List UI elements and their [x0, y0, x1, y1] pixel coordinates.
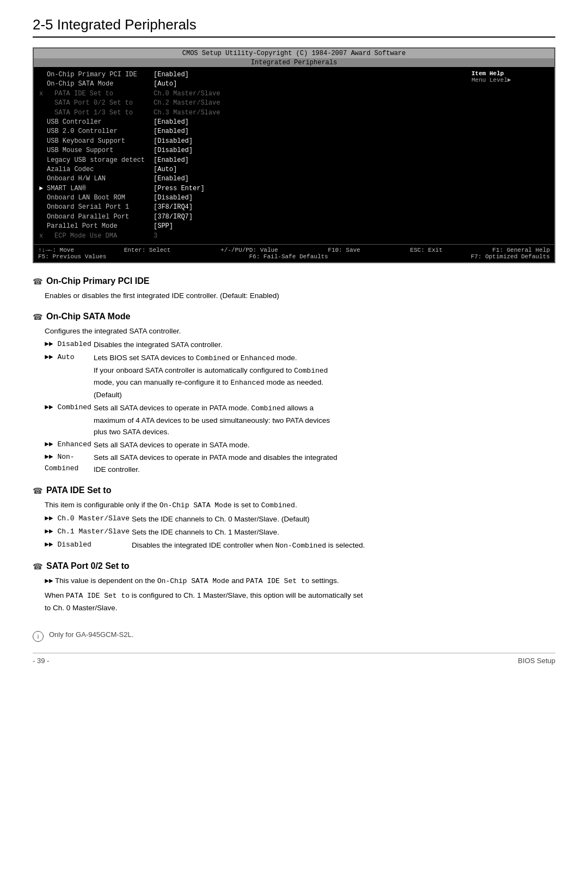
bios-value-4: Ch.3 Master/Slave [154, 108, 462, 118]
bios-value-1: [Auto] [154, 80, 462, 89]
section-title-3: SATA Port 0/2 Set to [46, 561, 130, 571]
sub-arrow-1-2: ►► Combined [45, 402, 94, 438]
sub-arrow-1-1: ►► Auto [45, 352, 94, 401]
menu-level: Menu Level► [471, 77, 550, 83]
page-title: 2-5 Integrated Peripherals [33, 16, 555, 38]
bios-label-15: Onboard Parallel Port [39, 213, 154, 222]
bios-row-16: Parallel Port Mode [SPP] [39, 222, 462, 231]
section-desc-1: Configures the integrated SATA controlle… [45, 325, 555, 337]
bios-f7: F7: Optimized Defaults [471, 253, 550, 260]
bios-label-10: Azalia Codec [39, 165, 154, 174]
section-heading-3: ☎ SATA Port 0/2 Set to [33, 561, 555, 572]
bios-value-10: [Auto] [154, 165, 462, 174]
bios-row-8: USB Mouse Support [Disabled] [39, 146, 462, 155]
bios-enter: Enter: Select [124, 247, 171, 253]
section-icon-0: ☎ [33, 277, 43, 287]
bios-label-12: SMART LAN® [45, 184, 154, 193]
section-desc-2: This item is configurable only if the On… [45, 499, 555, 512]
sub-item-2-0: ►► Ch.0 Master/Slave Sets the IDE channe… [45, 513, 555, 525]
bios-value-17: 3 [154, 232, 462, 241]
bios-row-7: USB Keyboard Support [Disabled] [39, 137, 462, 146]
bios-f1: F1: General Help [492, 247, 550, 253]
bios-label-9: Legacy USB storage detect [39, 156, 154, 165]
bios-x-3: x [39, 99, 47, 108]
section-body-2: This item is configurable only if the On… [45, 499, 555, 552]
bios-nav: ↑↓→←: Move [38, 247, 74, 253]
bottom-note: i Only for GA-945GCM-S2L. [33, 630, 555, 642]
sub-arrow-1-3: ►► Enhanced [45, 439, 94, 451]
bios-footer-row2: F5: Previous Values F6: Fail-Safe Defaul… [38, 253, 550, 260]
section-body-1: Configures the integrated SATA controlle… [45, 325, 555, 476]
bios-row-17: x ECP Mode Use DMA 3 [39, 232, 462, 241]
sub-arrow-2-1: ►► Ch.1 Master/Slave [45, 526, 132, 538]
section-icon-2: ☎ [33, 486, 43, 496]
bios-esc: ESC: Exit [410, 247, 442, 253]
page-footer: - 39 - BIOS Setup [33, 653, 555, 665]
sub-arrow-1-0: ►► Disabled [45, 339, 94, 351]
info-icon: i [33, 631, 44, 642]
footer-left: - 39 - [33, 657, 49, 665]
bios-label-17: ECP Mode Use DMA [47, 232, 154, 241]
sub-desc-2-1: Sets the IDE channels to Ch. 1 Master/Sl… [132, 526, 555, 538]
section-icon-1: ☎ [33, 312, 43, 322]
section-title-0: On-Chip Primary PCI IDE [46, 276, 149, 286]
bios-row-13: Onboard LAN Boot ROM [Disabled] [39, 193, 462, 203]
bios-value-0: [Enabled] [154, 70, 462, 80]
bios-f10: F10: Save [328, 247, 360, 253]
section-heading-2: ☎ PATA IDE Set to [33, 485, 555, 496]
bios-right-panel: Item Help Menu Level► [467, 69, 554, 242]
section-title-1: On-Chip SATA Mode [46, 312, 130, 321]
sub-item-2-1: ►► Ch.1 Master/Slave Sets the IDE channe… [45, 526, 555, 538]
bios-f5: F5: Previous Values [38, 253, 106, 260]
bios-label-1: On-Chip SATA Mode [39, 80, 154, 89]
sub-arrow-2-0: ►► Ch.0 Master/Slave [45, 513, 132, 525]
bios-row-0: On-Chip Primary PCI IDE [Enabled] [39, 70, 462, 80]
section-body-0: Enables or disables the first integrated… [45, 290, 555, 302]
item-help-title: Item Help [471, 70, 550, 77]
bios-label-6: USB 2.0 Controller [39, 127, 154, 136]
bios-x-2: x [39, 89, 47, 99]
bios-label-14: Onboard Serial Port 1 [39, 203, 154, 212]
bios-row-3: x SATA Port 0/2 Set to Ch.2 Master/Slave [39, 99, 462, 108]
bios-label-16: Parallel Port Mode [39, 222, 154, 231]
bios-label-5: USB Controller [39, 118, 154, 127]
sub-item-1-4: ►► Non-Combined Sets all SATA devices to… [45, 452, 555, 475]
section-body-3: ►► This value is dependent on the On-Chi… [45, 575, 555, 614]
bios-x-17: x [39, 232, 47, 241]
footer-right: BIOS Setup [518, 657, 555, 665]
bios-label-13: Onboard LAN Boot ROM [39, 193, 154, 203]
bios-label-7: USB Keyboard Support [39, 137, 154, 146]
section-desc-3a: ►► This value is dependent on the On-Chi… [45, 575, 555, 587]
section-desc-0: Enables or disables the first integrated… [45, 292, 279, 300]
sub-desc-2-0: Sets the IDE channels to Ch. 0 Master/Sl… [132, 513, 555, 525]
bios-value-16: [SPP] [154, 222, 462, 231]
bios-label-2: PATA IDE Set to [47, 89, 154, 99]
bios-value-8: [Disabled] [154, 146, 462, 155]
bios-arrow-12: ► [39, 184, 45, 193]
bios-footer: ↑↓→←: Move Enter: Select +/-/PU/PD: Valu… [34, 244, 554, 262]
bios-row-15: Onboard Parallel Port [378/IRQ7] [39, 213, 462, 222]
bios-value-7: [Disabled] [154, 137, 462, 146]
bios-row-11: Onboard H/W LAN [Enabled] [39, 174, 462, 184]
sub-arrow-1-4: ►► Non-Combined [45, 452, 94, 475]
sub-item-1-0: ►► Disabled Disables the integrated SATA… [45, 339, 555, 351]
bios-row-6: USB 2.0 Controller [Enabled] [39, 127, 462, 136]
sub-item-1-1: ►► Auto Lets BIOS set SATA devices to Co… [45, 352, 555, 401]
bios-left-panel: On-Chip Primary PCI IDE [Enabled] On-Chi… [34, 69, 467, 242]
bios-row-12: ► SMART LAN® [Press Enter] [39, 184, 462, 193]
section-icon-3: ☎ [33, 562, 43, 572]
sub-desc-1-4: Sets all SATA devices to operate in PATA… [94, 452, 555, 475]
sub-item-1-2: ►► Combined Sets all SATA devices to ope… [45, 402, 555, 438]
bios-value-12: [Press Enter] [154, 184, 462, 193]
bios-row-4: x SATA Port 1/3 Set to Ch.3 Master/Slave [39, 108, 462, 118]
sub-desc-1-1: Lets BIOS set SATA devices to Combined o… [94, 352, 555, 401]
bios-label-3: SATA Port 0/2 Set to [47, 99, 154, 108]
bios-footer-row1: ↑↓→←: Move Enter: Select +/-/PU/PD: Valu… [38, 247, 550, 253]
bios-x-4: x [39, 108, 47, 118]
bios-screen: CMOS Setup Utility-Copyright (C) 1984-20… [33, 47, 555, 263]
bios-value-2: Ch.0 Master/Slave [154, 89, 462, 99]
bios-label-0: On-Chip Primary PCI IDE [39, 70, 154, 80]
bios-value-5: [Enabled] [154, 118, 462, 127]
bios-label-11: Onboard H/W LAN [39, 174, 154, 184]
bios-f6: F6: Fail-Safe Defaults [249, 253, 328, 260]
